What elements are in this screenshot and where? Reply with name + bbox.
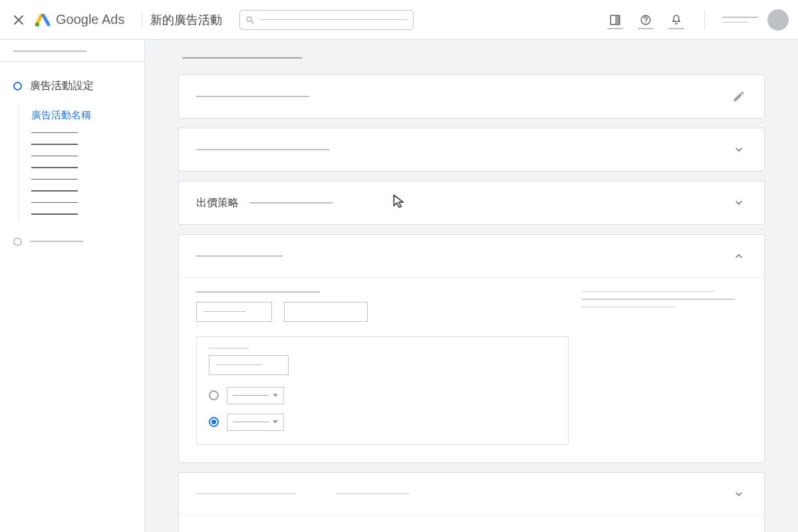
step-dot-icon <box>13 82 22 90</box>
radio-icon <box>209 390 219 400</box>
chevron-down-icon <box>733 198 744 208</box>
card-campaign-name[interactable] <box>178 74 765 118</box>
chevron-up-icon <box>733 251 744 261</box>
radio-option[interactable] <box>209 387 556 404</box>
card-collapsed[interactable] <box>178 128 765 172</box>
input-field[interactable] <box>209 355 289 375</box>
card-value <box>196 149 329 150</box>
caret-down-icon <box>273 394 278 397</box>
input-field[interactable] <box>284 302 368 322</box>
card-label: 出價策略 <box>196 196 239 210</box>
sidebar: 廣告活動設定 廣告活動名稱 <box>0 40 145 532</box>
svg-point-0 <box>35 23 39 27</box>
sidebar-item[interactable] <box>31 208 144 220</box>
expand-toggle[interactable] <box>731 142 747 158</box>
sidebar-item[interactable] <box>31 150 144 162</box>
expand-toggle[interactable] <box>731 195 747 211</box>
sidebar-item-campaign-name[interactable]: 廣告活動名稱 <box>31 104 144 127</box>
input-field[interactable] <box>196 302 272 322</box>
notifications-icon[interactable] <box>666 9 687 31</box>
expand-toggle[interactable] <box>731 529 747 532</box>
edit-button[interactable] <box>731 88 747 104</box>
account-label[interactable] <box>722 17 758 23</box>
svg-rect-3 <box>615 15 620 25</box>
settings-help <box>582 291 747 445</box>
step-dot-icon <box>13 237 22 246</box>
sidebar-item[interactable] <box>31 138 144 150</box>
collapse-toggle[interactable] <box>731 248 747 264</box>
card-value <box>196 493 296 495</box>
chevron-down-icon <box>733 489 744 499</box>
sidebar-step-next[interactable] <box>0 237 144 246</box>
brand-logo: Google Ads <box>35 12 124 28</box>
field-label <box>196 291 320 293</box>
sidebar-item[interactable] <box>31 185 144 197</box>
card-value <box>196 96 309 97</box>
search-icon <box>245 15 255 25</box>
pencil-icon <box>732 90 745 103</box>
sidebar-substeps: 廣告活動名稱 <box>19 104 144 220</box>
expand-toggle[interactable] <box>731 486 747 502</box>
svg-point-1 <box>247 17 252 21</box>
help-icon[interactable] <box>635 9 656 31</box>
svg-point-5 <box>645 22 646 23</box>
sidebar-step-campaign-settings[interactable]: 廣告活動設定 <box>0 75 144 97</box>
brand-text: Google Ads <box>56 12 124 27</box>
card-bidding[interactable]: 出價策略 <box>178 181 765 225</box>
dropdown[interactable] <box>227 387 284 404</box>
radio-icon <box>209 417 219 427</box>
radio-option[interactable] <box>209 414 556 431</box>
field-label <box>209 348 249 348</box>
sidebar-item[interactable] <box>31 174 144 186</box>
topbar-right <box>604 9 789 31</box>
page-title: 新的廣告活動 <box>150 12 222 28</box>
card-value <box>249 202 333 203</box>
sidebar-item[interactable] <box>31 127 144 139</box>
divider <box>142 11 142 29</box>
dropdown[interactable] <box>227 414 284 431</box>
card-collapsed[interactable] <box>178 472 765 532</box>
search-placeholder-line <box>260 19 408 20</box>
main-content: 出價策略 <box>145 40 798 532</box>
sidebar-step-label: 廣告活動設定 <box>30 79 94 93</box>
divider <box>704 11 705 29</box>
search-box[interactable] <box>239 10 414 30</box>
sidebar-header <box>0 51 144 61</box>
sidebar-item[interactable] <box>31 197 144 209</box>
settings-left <box>196 291 569 445</box>
avatar[interactable] <box>767 9 789 31</box>
section-heading <box>182 57 302 59</box>
reports-icon[interactable] <box>604 9 626 31</box>
card-label <box>196 255 283 257</box>
sidebar-item[interactable] <box>31 162 144 174</box>
close-button[interactable] <box>9 11 28 29</box>
topbar: Google Ads 新的廣告活動 <box>0 0 798 40</box>
chevron-down-icon <box>733 144 744 155</box>
card-value <box>336 493 409 495</box>
card-expanded-settings <box>178 234 765 463</box>
inner-options-box <box>196 336 569 445</box>
caret-down-icon <box>273 420 278 424</box>
google-ads-icon <box>35 12 51 28</box>
